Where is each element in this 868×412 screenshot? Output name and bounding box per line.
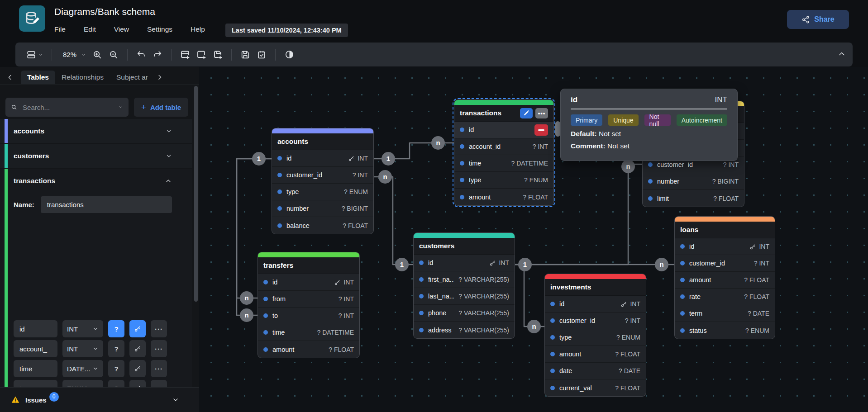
canvas-table-transfers[interactable]: transfersidINTfrom? INTto? INTtime? DATE… [258,252,360,358]
table-field-status[interactable]: status? ENUM [675,322,775,339]
chevron-up-icon[interactable] [165,177,172,185]
table-field-address[interactable]: address? VARCHAR(255) [414,322,515,338]
table-field-first_na...[interactable]: first_na...? VARCHAR(255) [414,271,515,288]
add-area-tool-button[interactable] [193,47,210,63]
field-more-button[interactable]: ··· [151,360,167,377]
edit-table-button[interactable] [520,108,533,118]
table-field-amount[interactable]: amount? FLOAT [545,346,646,363]
table-field-time[interactable]: time? DATETIME [454,155,553,172]
nullable-toggle[interactable]: ? [108,340,124,357]
field-name-input[interactable]: id [14,320,57,337]
canvas-table-investments[interactable]: investmentsidINTcustomer_id? INTtype? EN… [544,274,646,397]
primary-key-toggle[interactable] [129,340,146,357]
redo-button[interactable] [149,47,166,63]
canvas-table-customers[interactable]: customersidINTfirst_na...? VARCHAR(255)l… [413,232,515,339]
table-header[interactable]: loans [675,222,775,238]
add-table-tool-button[interactable] [177,47,193,63]
chevron-down-icon[interactable] [166,128,172,134]
table-name-input[interactable] [41,196,172,213]
undo-button[interactable] [133,47,149,63]
toolbar-collapse-button[interactable] [837,49,846,58]
zoom-in-button[interactable] [89,47,105,63]
tab-tables[interactable]: Tables [21,71,55,84]
table-header[interactable]: accounts [272,133,373,150]
field-type-dropdown[interactable]: INT [62,340,103,357]
table-field-id[interactable]: idINT [414,255,515,271]
tab-subject-ar[interactable]: Subject ar [110,71,154,84]
nullable-toggle[interactable]: ? [108,360,124,377]
table-field-date[interactable]: date? DATE [545,363,646,379]
search-box[interactable] [5,98,129,117]
canvas-table-transactions[interactable]: transactions•••idaccount_id? INTtime? DA… [454,99,554,206]
menu-file[interactable]: File [54,25,66,33]
table-field-from[interactable]: from? INT [258,291,359,308]
table-more-button[interactable]: ••• [535,108,548,118]
remove-field-button[interactable] [534,124,548,136]
add-note-tool-button[interactable] [210,47,226,63]
app-logo-icon[interactable] [19,5,45,32]
table-header[interactable]: investments [545,279,646,296]
field-drag-handle[interactable] [555,121,560,137]
table-field-amount[interactable]: amount? FLOAT [675,272,775,289]
table-field-term[interactable]: term? DATE [675,305,775,322]
table-field-rate[interactable]: rate? FLOAT [675,289,775,305]
table-field-number[interactable]: number? BIGINT [643,173,744,190]
table-item-customers[interactable]: customers [0,144,192,168]
save-button[interactable] [237,47,253,63]
table-field-id[interactable]: idINT [272,150,373,167]
add-table-button[interactable]: + Add table [134,98,188,117]
tabs-next-icon[interactable] [156,74,163,81]
table-field-time[interactable]: time? DATETIME [258,324,359,341]
field-more-button[interactable]: ··· [151,340,167,357]
share-button[interactable]: Share [787,10,849,29]
table-item-accounts[interactable]: accounts [0,119,192,143]
sidebar-scrollbar[interactable] [194,86,198,302]
menu-view[interactable]: View [114,25,129,33]
layout-toggle-button[interactable] [24,47,46,63]
commit-button[interactable] [253,47,270,63]
table-field-number[interactable]: number? BIGINT [272,200,373,217]
table-field-current_val[interactable]: current_val? FLOAT [545,379,646,396]
primary-key-toggle[interactable] [129,360,146,377]
canvas-table-accounts[interactable]: accountsidINTcustomer_id? INTtype? ENUMn… [272,128,374,234]
field-more-button[interactable]: ··· [151,320,167,337]
table-field-type[interactable]: type? ENUM [272,184,373,200]
table-field-last_na...[interactable]: last_na...? VARCHAR(255) [414,288,515,305]
table-field-customer_id[interactable]: customer_id? INT [272,167,373,184]
menu-help[interactable]: Help [191,25,205,33]
theme-contrast-button[interactable] [281,47,297,63]
table-field-customer_id[interactable]: customer_id? INT [545,313,646,329]
table-field-limit[interactable]: limit? FLOAT [643,190,744,207]
table-field-id[interactable]: idINT [545,296,646,313]
search-input[interactable] [23,104,113,111]
table-field-amount[interactable]: amount? FLOAT [258,341,359,358]
canvas-table-loans[interactable]: loansidINTcustomer_id? INTamount? FLOATr… [674,216,775,339]
table-field-id[interactable]: idINT [675,238,775,255]
nullable-toggle[interactable]: ? [108,320,124,337]
field-type-dropdown[interactable]: DATE... [62,360,103,377]
field-name-input[interactable]: account_ [14,340,57,357]
table-field-type[interactable]: type? ENUM [545,329,646,346]
primary-key-toggle[interactable] [129,320,146,337]
table-header[interactable]: customers [414,238,515,255]
table-field-to[interactable]: to? INT [258,308,359,324]
table-header[interactable]: transactions••• [454,105,553,122]
zoom-out-button[interactable] [105,47,122,63]
menu-edit[interactable]: Edit [84,25,96,33]
table-field-balance[interactable]: balance? FLOAT [272,217,373,234]
field-name-input[interactable]: time [14,360,57,377]
zoom-level-dropdown[interactable]: 82% [57,47,89,63]
tabs-back-icon[interactable] [6,74,14,81]
tab-relationships[interactable]: Relationships [55,71,110,84]
chevron-down-icon[interactable] [166,153,172,159]
issues-footer[interactable]: Issues 0 [0,387,199,412]
table-field-id[interactable]: idINT [258,274,359,291]
diagram-canvas[interactable]: 1nn1n1n1nnn customer_id? INTnumber? BIGI… [199,67,868,412]
table-header[interactable]: transfers [258,257,359,274]
table-field-phone[interactable]: phone? VARCHAR(255) [414,305,515,322]
table-field-amount[interactable]: amount? FLOAT [454,189,553,205]
table-field-customer_id[interactable]: customer_id? INT [675,255,775,272]
table-field-id[interactable]: id [454,122,553,138]
field-type-dropdown[interactable]: INT [62,320,103,337]
table-field-type[interactable]: type? ENUM [454,172,553,189]
